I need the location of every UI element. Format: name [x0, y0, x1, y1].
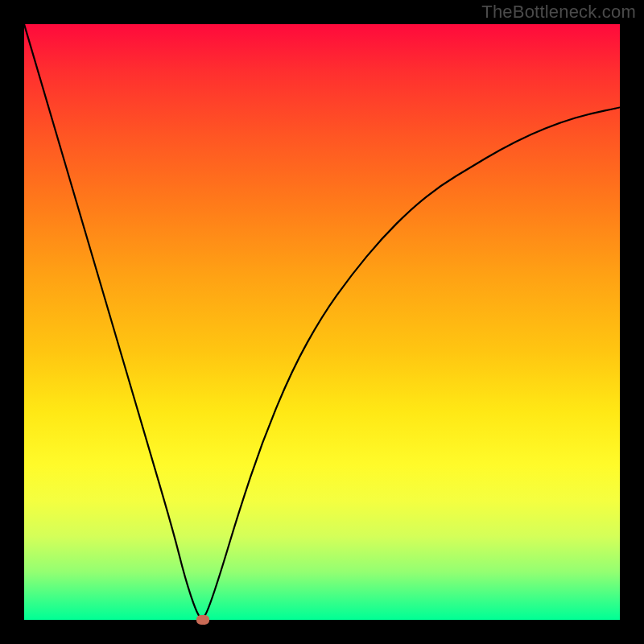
- chart-frame: TheBottleneck.com: [0, 0, 644, 644]
- plot-area: [24, 24, 620, 620]
- watermark-text: TheBottleneck.com: [481, 2, 636, 23]
- bottleneck-curve: [24, 24, 620, 620]
- optimal-point-marker: [196, 615, 209, 625]
